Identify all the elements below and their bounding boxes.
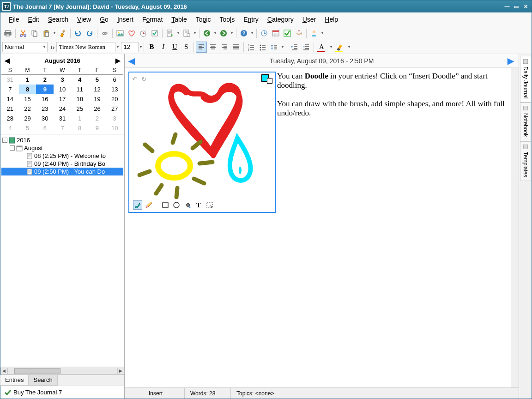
italic-button[interactable]: I [157,42,169,53]
cal-day[interactable]: 29 [19,114,36,123]
cal-day[interactable]: 7 [1,85,19,94]
java-button[interactable] [293,28,304,39]
bold-button[interactable]: B [146,42,157,53]
align-left-button[interactable] [196,42,207,53]
bullet-list-button[interactable] [257,42,268,53]
cal-day[interactable]: 26 [89,104,106,114]
cal-day[interactable]: 10 [106,123,123,133]
cal-day[interactable]: 1 [71,114,89,123]
cal-day[interactable]: 24 [54,104,71,114]
align-center-button[interactable] [207,42,218,53]
size-select[interactable]: 12 [121,42,139,52]
line-spacing-button[interactable] [269,42,280,53]
cal-day[interactable]: 3 [54,75,71,85]
maximize-button[interactable]: ▭ [512,3,520,10]
menu-search[interactable]: Search [44,14,72,24]
cal-day[interactable]: 31 [1,75,19,85]
scroll-right-icon[interactable]: ▶ [117,368,124,375]
vtab-notebook[interactable]: Notebook [520,103,531,141]
vtab-daily-journal[interactable]: Daily Journal [520,56,531,103]
cal-day[interactable]: 1 [19,75,36,85]
tree-year[interactable]: − 2016 [1,136,123,144]
font-color-dropdown[interactable]: ▾ [329,45,333,49]
cal-day[interactable]: 4 [71,75,89,85]
doodle-canvas[interactable]: ↶ ↻ [130,73,273,199]
strike-button[interactable]: S [181,42,192,53]
entry-next-button[interactable]: ▶ [508,56,515,66]
menu-view[interactable]: View [73,14,95,24]
cal-day[interactable]: 19 [89,94,106,104]
redo-button[interactable] [84,28,95,39]
minimize-button[interactable]: — [503,3,511,10]
menu-file[interactable]: File [5,14,23,24]
new-entry-button[interactable] [164,28,175,39]
tab-entries[interactable]: Entries [0,375,29,386]
cal-day[interactable]: 7 [54,123,71,133]
cal-day[interactable]: 16 [36,94,54,104]
insert-favorite-button[interactable] [126,28,137,39]
help-dropdown[interactable]: ▾ [250,31,254,35]
new-entry-dropdown[interactable]: ▾ [176,31,181,35]
entry-list-button[interactable] [181,28,192,39]
format-painter-button[interactable] [57,28,68,39]
highlight-dropdown[interactable]: ▾ [347,45,351,49]
cal-day[interactable]: 3 [106,114,123,123]
style-select[interactable]: Normal▾ [2,42,48,52]
cal-day[interactable]: 28 [1,114,19,123]
insert-timestamp-button[interactable] [138,28,149,39]
cal-day[interactable]: 17 [54,94,71,104]
scroll-left-icon[interactable]: ◀ [0,368,7,375]
cal-month-label[interactable]: August 2016 [44,57,80,64]
entry-tree[interactable]: − 2016 − August 08 (2:25 PM) - Welcome t… [0,134,124,367]
doodle-redo-button[interactable]: ↻ [141,75,147,83]
cal-day[interactable]: 20 [106,94,123,104]
menu-tools[interactable]: Tools [216,14,238,24]
cal-day[interactable]: 21 [1,104,19,114]
cal-next-button[interactable]: ▶ [114,57,121,64]
menu-category[interactable]: Category [264,14,297,24]
cal-day[interactable]: 6 [106,75,123,85]
cal-day[interactable]: 5 [89,75,106,85]
calendar-button[interactable] [270,28,281,39]
vtab-templates[interactable]: Templates [520,141,531,181]
doodle-undo-button[interactable]: ↶ [132,75,138,83]
doodle-brush-button[interactable] [133,200,142,210]
collapse-icon[interactable]: − [10,145,15,151]
cal-day[interactable]: 9 [36,85,54,94]
editor-vscrollbar[interactable] [511,68,519,387]
copy-button[interactable] [29,28,40,39]
cal-day[interactable]: 2 [36,75,54,85]
collapse-icon[interactable]: − [2,138,7,143]
cal-day[interactable]: 15 [19,94,36,104]
tree-month[interactable]: − August [1,144,123,152]
font-select[interactable]: Times New Roman [56,42,115,52]
cal-day[interactable]: 9 [89,123,106,133]
user-button[interactable] [308,28,320,39]
cal-day[interactable]: 11 [71,85,89,94]
menu-format[interactable]: Format [139,14,166,24]
insert-link-button[interactable] [99,28,110,39]
doodle-circle-button[interactable] [172,200,181,210]
clock-button[interactable] [259,28,270,39]
help-button[interactable]: ? [238,28,249,39]
cal-day[interactable]: 27 [106,104,123,114]
menu-entry[interactable]: Entry [240,14,262,24]
cal-day[interactable]: 4 [1,123,19,133]
entry-list-dropdown[interactable]: ▾ [193,31,197,35]
cal-day[interactable]: 22 [19,104,36,114]
tree-entry[interactable]: 08 (2:25 PM) - Welcome to [1,152,123,160]
menu-table[interactable]: Table [168,14,190,24]
todo-button[interactable] [282,28,293,39]
doodle-text-button[interactable]: T [194,200,203,210]
cal-day[interactable]: 30 [36,114,54,123]
undo-button[interactable] [73,28,84,39]
align-justify-button[interactable] [230,42,242,53]
cal-day[interactable]: 18 [71,94,89,104]
paste-dropdown[interactable]: ▾ [52,31,57,35]
menu-go[interactable]: Go [96,14,112,24]
menu-user[interactable]: User [299,14,320,24]
tree-entry[interactable]: 09 (2:40 PM) - Birthday Bo [1,160,123,168]
paste-button[interactable] [41,28,52,39]
outdent-button[interactable] [289,42,300,53]
nav-fwd-dropdown[interactable]: ▾ [230,31,234,35]
